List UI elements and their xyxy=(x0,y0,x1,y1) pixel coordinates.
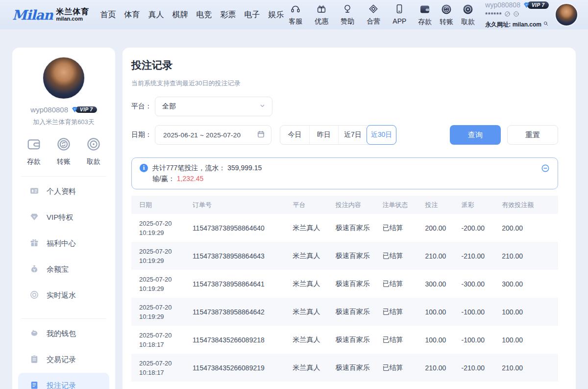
sponsor-icon xyxy=(342,3,353,16)
date-range-input[interactable]: 2025-06-21 ~ 2025-07-20 xyxy=(155,125,271,145)
vip-level-text: VIP 7 xyxy=(527,1,549,9)
app-button[interactable]: APP xyxy=(390,3,409,26)
cell-order: 1154738738958864641 xyxy=(185,270,285,298)
moneybag-icon xyxy=(29,264,39,275)
brand-logo[interactable]: Milan 米兰体育 milan.com xyxy=(12,7,90,23)
transfer-label-top: 转账 xyxy=(440,18,453,26)
nav-item-live[interactable]: 真人 xyxy=(147,8,165,22)
service-button[interactable]: 客服 xyxy=(286,3,305,26)
bet-table-body: 2025-07-2010:19:291154738738958864640米兰真… xyxy=(131,214,558,382)
vip-diamond-icon xyxy=(523,1,530,9)
joined-days-text: 加入米兰体育第603天 xyxy=(18,118,109,127)
col-status: 注单状态 xyxy=(374,196,417,214)
user-info-block: wyp080808 VIP 7 ****** 永久网址: milan.com xyxy=(485,0,549,29)
transfer-icon xyxy=(441,3,452,17)
platform-filter-row: 平台： 全部 xyxy=(131,97,567,116)
partner-label: 合营 xyxy=(367,17,380,26)
cell-date: 2025-07-2010:19:29 xyxy=(131,298,185,326)
reset-button[interactable]: 重置 xyxy=(507,125,558,145)
sidebar-divider-2 xyxy=(21,318,106,319)
eye-off-icon[interactable] xyxy=(504,10,511,20)
sidebar-withdraw-button[interactable]: 取款 xyxy=(86,136,101,166)
cell-date: 2025-07-2010:19:29 xyxy=(131,214,185,242)
sidebar-transfer-label: 转账 xyxy=(57,157,71,166)
magnifier-icon[interactable] xyxy=(543,21,549,29)
minus-circle-icon[interactable] xyxy=(541,164,550,173)
sidebar-item-bet-records[interactable]: 投注记录 xyxy=(18,373,109,389)
summary-line2-prefix: 输/赢： xyxy=(152,175,177,182)
nav-item-sports[interactable]: 体育 xyxy=(123,8,141,22)
sponsor-button[interactable]: 赞助 xyxy=(338,3,357,26)
date-range-value: 2025-06-21 ~ 2025-07-20 xyxy=(163,131,257,139)
top-navigation: Milan 米兰体育 milan.com 首页 体育 真人 棋牌 电竞 彩票 电… xyxy=(0,0,588,29)
withdraw-button-top[interactable]: 取款 xyxy=(459,3,477,26)
sidebar-transfer-button[interactable]: 转账 xyxy=(56,136,72,166)
permanent-url-text: 永久网址: milan.com xyxy=(485,21,541,29)
nav-item-slots[interactable]: 电子 xyxy=(244,8,261,22)
refresh-circle-icon[interactable] xyxy=(513,10,519,20)
range-30days-button[interactable]: 近30日 xyxy=(367,125,396,145)
welfare-gift-icon xyxy=(29,238,39,249)
withdraw-icon xyxy=(462,3,474,17)
cell-platform: 米兰真人 xyxy=(285,326,328,354)
sidebar-item-transactions[interactable]: 交易记录 xyxy=(18,347,109,373)
sidebar-item-yuebao[interactable]: 余额宝 xyxy=(18,257,109,283)
cell-status: 已结算 xyxy=(374,270,417,298)
sidebar-item-bet-records-label: 投注记录 xyxy=(47,381,76,389)
gift-icon xyxy=(316,3,327,16)
cell-platform: 米兰真人 xyxy=(285,354,328,382)
range-7days-button[interactable]: 近7日 xyxy=(338,126,367,144)
platform-select[interactable]: 全部 xyxy=(155,97,272,116)
my-wallet-icon xyxy=(29,328,39,339)
sidebar-item-welfare[interactable]: 福利中心 xyxy=(18,231,109,257)
cell-content: 极速百家乐 xyxy=(328,270,375,298)
cell-platform: 米兰真人 xyxy=(285,214,328,242)
sidebar-item-vip-label: VIP特权 xyxy=(47,213,73,222)
search-button[interactable]: 查询 xyxy=(450,125,501,145)
sidebar-item-vip[interactable]: VIP特权 xyxy=(18,205,109,231)
deposit-icon xyxy=(419,3,431,17)
transfer-outline-icon xyxy=(56,136,72,154)
sidebar-item-profile[interactable]: 个人资料 xyxy=(18,179,109,205)
range-yesterday-button[interactable]: 昨日 xyxy=(309,126,338,144)
nav-item-home[interactable]: 首页 xyxy=(99,8,117,22)
partner-button[interactable]: 合营 xyxy=(364,3,383,26)
username-sidebar: wyp080808 xyxy=(30,105,68,114)
table-row: 2025-07-2010:19:291154738738958864643米兰真… xyxy=(131,242,558,270)
promo-button[interactable]: 优惠 xyxy=(312,3,331,26)
sidebar-deposit-button[interactable]: 存款 xyxy=(26,136,42,166)
range-today-button[interactable]: 今日 xyxy=(280,126,309,144)
cell-status: 已结算 xyxy=(374,354,417,382)
sidebar-item-my-wallet[interactable]: 我的钱包 xyxy=(18,321,109,347)
table-row: 2025-07-2010:19:291154738738958864640米兰真… xyxy=(131,214,558,242)
cell-platform: 米兰真人 xyxy=(285,242,328,270)
bet-records-icon xyxy=(29,380,39,389)
vip-level-text-sidebar: VIP 7 xyxy=(75,106,97,113)
vip-badge-sidebar: VIP 7 xyxy=(71,106,97,113)
nav-item-entertainment[interactable]: 娱乐 xyxy=(268,8,285,22)
app-label: APP xyxy=(392,17,406,25)
cell-order: 1154738435266089219 xyxy=(185,354,285,382)
summary-turnover-value: 359,999.15 xyxy=(227,164,262,172)
deposit-button-top[interactable]: 存款 xyxy=(416,3,434,26)
vip-diamond-icon xyxy=(71,106,78,113)
transfer-button-top[interactable]: 转账 xyxy=(437,3,456,26)
sidebar-item-yuebao-label: 余额宝 xyxy=(47,265,69,274)
cell-platform: 米兰真人 xyxy=(285,298,328,326)
chevron-down-icon xyxy=(259,102,266,111)
nav-item-esports[interactable]: 电竞 xyxy=(196,8,213,22)
user-avatar-top[interactable] xyxy=(555,3,578,26)
nav-item-cards[interactable]: 棋牌 xyxy=(172,8,189,22)
date-label: 日期： xyxy=(131,130,155,139)
sidebar-item-rebate[interactable]: 实时返水 xyxy=(18,283,109,309)
summary-winloss-value: 1,232.45 xyxy=(177,175,204,182)
sponsor-label: 赞助 xyxy=(341,17,354,26)
user-avatar-sidebar[interactable] xyxy=(42,56,85,100)
sidebar: wyp080808 VIP 7 加入米兰体育第603天 存款 转账 取款 xyxy=(12,48,115,389)
nav-item-lottery[interactable]: 彩票 xyxy=(220,8,237,22)
transactions-icon xyxy=(29,354,39,365)
col-content: 投注内容 xyxy=(328,196,375,214)
sidebar-deposit-label: 存款 xyxy=(27,157,41,166)
sidebar-item-welfare-label: 福利中心 xyxy=(47,239,76,248)
sidebar-item-profile-label: 个人资料 xyxy=(47,187,76,196)
